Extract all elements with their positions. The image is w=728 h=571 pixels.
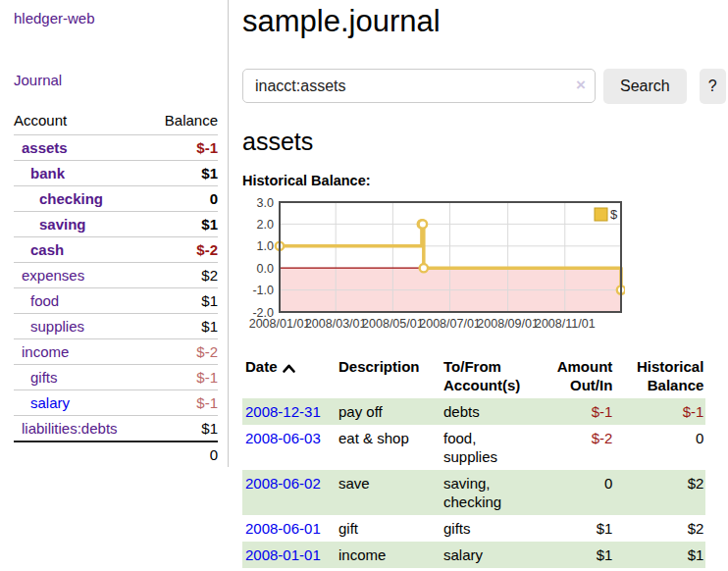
register-header-amount: Amount Out/In — [542, 353, 612, 398]
help-button[interactable]: ? — [700, 69, 726, 104]
transaction-amount: 0 — [542, 470, 612, 515]
transaction-balance: $1 — [612, 542, 705, 568]
transaction-balance: $-1 — [612, 398, 705, 425]
account-link-gifts[interactable]: gifts — [30, 369, 58, 386]
account-row: cash $-2 — [14, 237, 218, 263]
clear-search-icon[interactable]: × — [576, 76, 586, 95]
account-row: bank $1 — [14, 161, 218, 186]
account-link-checking[interactable]: checking — [39, 190, 103, 207]
svg-text:2008/11/01: 2008/11/01 — [535, 317, 596, 331]
chart-label: Historical Balance: — [242, 173, 728, 188]
account-link-saving[interactable]: saving — [39, 216, 86, 233]
account-row: supplies $1 — [14, 314, 218, 339]
transaction-amount: $1 — [542, 542, 612, 568]
account-balance: $1 — [148, 416, 218, 442]
accounts-total-value: 0 — [148, 441, 218, 467]
transaction-amount: $-2 — [542, 425, 612, 470]
transaction-accounts: food, supplies — [443, 425, 542, 470]
account-balance: $-1 — [148, 365, 218, 390]
accounts-table: Account Balance assets $-1 bank $1 check… — [14, 109, 218, 467]
account-balance: $-2 — [148, 339, 218, 365]
transaction-accounts: saving, checking — [443, 470, 542, 515]
account-balance: $-2 — [148, 237, 218, 263]
accounts-header-account: Account — [14, 109, 148, 135]
account-row: saving $1 — [14, 212, 218, 237]
legend-label: $ — [610, 207, 618, 222]
register-row: 2008-06-02 save saving, checking 0 $2 — [242, 470, 705, 515]
transaction-description: pay off — [338, 398, 443, 425]
account-link-expenses[interactable]: expenses — [22, 267, 84, 284]
account-balance: $1 — [148, 212, 218, 237]
sidebar-item-journal[interactable]: Journal — [14, 72, 62, 88]
svg-text:2008/07/01: 2008/07/01 — [419, 317, 481, 331]
account-balance: $-1 — [148, 390, 218, 416]
svg-text:3.0: 3.0 — [257, 198, 274, 210]
search-form: × Search ? — [242, 69, 728, 104]
account-balance: $1 — [148, 161, 218, 186]
account-link-food[interactable]: food — [30, 292, 59, 309]
transaction-accounts: debts — [443, 398, 542, 425]
account-row: salary $-1 — [14, 390, 218, 416]
account-link-supplies[interactable]: supplies — [30, 318, 84, 335]
svg-text:2008/03/01: 2008/03/01 — [305, 317, 367, 331]
register-header-accounts: To/From Account(s) — [443, 353, 542, 398]
search-input[interactable] — [242, 69, 596, 103]
page-title: sample.journal — [242, 4, 728, 39]
account-row: income $-2 — [14, 339, 218, 365]
account-row: checking 0 — [14, 186, 218, 212]
transaction-date-link[interactable]: 2008-12-31 — [245, 403, 321, 420]
accounts-header-balance: Balance — [148, 109, 218, 135]
svg-text:2008/01/01: 2008/01/01 — [249, 317, 311, 331]
register-header-date[interactable]: Date — [242, 353, 338, 398]
register-row: 2008-01-01 income salary $1 $1 — [242, 542, 705, 568]
transaction-date-link[interactable]: 2008-06-03 — [245, 430, 321, 446]
transaction-description: gift — [338, 515, 443, 542]
account-balance: $1 — [148, 314, 218, 339]
svg-text:2.0: 2.0 — [257, 218, 274, 232]
account-balance: $-1 — [148, 135, 218, 161]
transaction-date-link[interactable]: 2008-06-02 — [245, 475, 321, 492]
legend-swatch — [595, 208, 607, 221]
app-brand-link[interactable]: hledger-web — [14, 10, 95, 26]
account-row: liabilities:debts $1 — [14, 416, 218, 442]
sidebar: hledger-web Journal Account Balance asse… — [0, 0, 229, 571]
svg-text:2008/09/01: 2008/09/01 — [477, 317, 539, 331]
accounts-total-row: 0 — [14, 441, 218, 467]
account-heading: assets — [242, 128, 728, 155]
register-row: 2008-06-03 eat & shop food, supplies $-2… — [242, 425, 705, 470]
svg-text:2008/05/01: 2008/05/01 — [362, 317, 424, 331]
transaction-amount: $1 — [542, 515, 612, 542]
register-header-balance: Historical Balance — [612, 353, 705, 398]
register-row: 2008-06-01 gift gifts $1 $2 — [242, 515, 705, 542]
historical-balance-chart: $3.02.01.00.0-1.0-2.02008/01/012008/03/0… — [242, 198, 625, 336]
transaction-balance: $2 — [612, 470, 705, 515]
transaction-balance: 0 — [612, 425, 705, 470]
account-row: gifts $-1 — [14, 365, 218, 390]
search-button[interactable]: Search — [603, 69, 687, 104]
sidebar-nav: Journal — [14, 72, 218, 89]
transaction-accounts: gifts — [443, 515, 542, 542]
transaction-balance: $2 — [612, 515, 705, 542]
account-balance: $1 — [148, 288, 218, 314]
account-link-liabilities-debts[interactable]: liabilities:debts — [22, 420, 118, 437]
account-balance: $2 — [148, 263, 218, 288]
account-link-assets[interactable]: assets — [22, 139, 68, 156]
transaction-description: eat & shop — [338, 425, 443, 470]
transaction-date-link[interactable]: 2008-06-01 — [245, 520, 321, 537]
account-link-salary[interactable]: salary — [30, 394, 70, 411]
register-row: 2008-12-31 pay off debts $-1 $-1 — [242, 398, 705, 425]
main-content: sample.journal × Search ? assets Histori… — [229, 0, 728, 571]
transaction-accounts: salary — [443, 542, 542, 568]
account-link-cash[interactable]: cash — [30, 241, 64, 258]
transaction-amount: $-1 — [542, 398, 612, 425]
register-table: Date Description To/From Account(s) Amou… — [242, 353, 705, 568]
transaction-date-link[interactable]: 2008-01-01 — [245, 546, 321, 563]
account-link-income[interactable]: income — [22, 343, 69, 360]
account-row: food $1 — [14, 288, 218, 314]
svg-text:1.0: 1.0 — [257, 239, 274, 253]
sort-ascending-icon — [283, 364, 295, 373]
svg-text:0.0: 0.0 — [257, 262, 274, 276]
app-brand: hledger-web — [14, 10, 218, 27]
account-row: expenses $2 — [14, 263, 218, 288]
account-link-bank[interactable]: bank — [30, 165, 65, 182]
